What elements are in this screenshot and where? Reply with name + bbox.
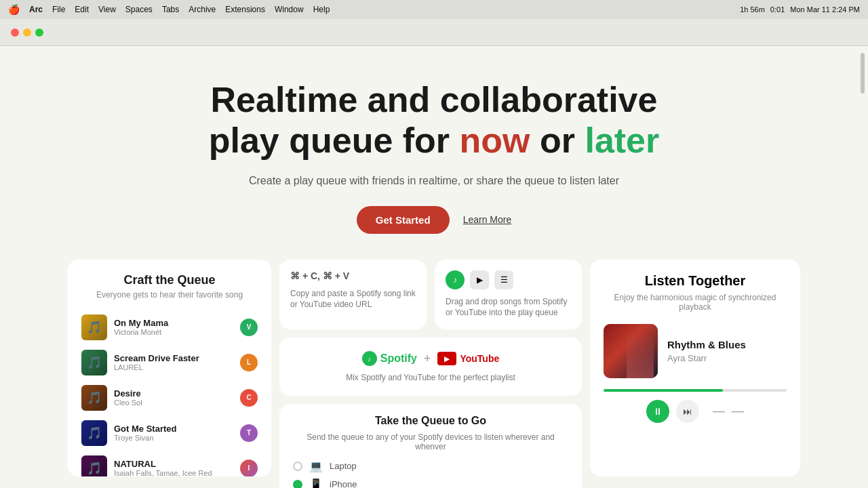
song-avatar-3: C [240,389,258,407]
cards-row: Craft the Queue Everyone gets to hear th… [68,254,800,488]
menubar-right: 1h 56m 0:01 Mon Mar 11 2:24 PM [740,5,860,14]
track-artist: Ayra Starr [667,353,787,363]
hero-title-line1: Realtime and collaborative [211,80,658,119]
youtube-label: YouTube [460,353,499,364]
menubar-view[interactable]: View [98,5,116,14]
song-info-4: Got Me Started Troye Sivan [114,424,233,442]
album-art [604,324,658,378]
close-player-icon[interactable]: — [732,404,744,418]
hero-subtitle: Create a play queue with friends in real… [68,175,800,187]
song-name-2: Scream Drive Faster [114,353,233,363]
menubar: 🍎 Arc File Edit View Spaces Tabs Archive… [0,0,868,19]
pause-button[interactable]: ⏸ [646,400,669,423]
top-middle-row: ⌘ + C, ⌘ + V Copy and paste a Spotify so… [279,260,582,330]
song-artwork-3: 🎵 [81,385,107,411]
keyboard-desc: Copy and paste a Spotify song link or Yo… [290,288,416,311]
phone-icon: 📱 [309,478,323,488]
song-artist-1: Victoria Monét [114,328,233,336]
menubar-tabs[interactable]: Tabs [162,5,179,14]
hero-title-line2-prefix: play queue for [209,121,460,160]
song-artwork-2: 🎵 [81,350,107,375]
menubar-extensions[interactable]: Extensions [225,5,265,14]
song-item-on-my-mama[interactable]: 🎵 On My Mama Victoria Monét V [79,310,260,344]
close-button[interactable] [11,28,19,37]
device-radio-laptop[interactable] [293,462,302,471]
main-content: Realtime and collaborative play queue fo… [0,46,868,488]
spotify-circle-icon: ♪ [362,351,377,366]
card-spotify-youtube: ♪ Spotify + ▶ YouTube Mix Spotify and Yo… [279,338,582,396]
menubar-spaces[interactable]: Spaces [125,5,153,14]
next-button[interactable]: ⏭ [676,400,699,423]
menubar-app-name[interactable]: Arc [29,5,43,14]
device-radio-iphone[interactable] [293,480,302,488]
song-info-3: Desire Cleo Sol [114,388,233,407]
listen-together-title: Listen Together [604,273,787,289]
song-avatar-2: L [240,354,258,371]
song-artwork-5: 🎵 [81,455,107,476]
scrollbar[interactable] [860,46,865,488]
song-name-1: On My Mama [114,318,233,328]
menubar-battery-time: 0:01 [770,5,785,14]
plus-icon: + [424,352,431,366]
hero-title-or: or [530,121,585,160]
minimize-icon[interactable]: — [713,404,725,418]
youtube-logo: ▶ YouTube [437,352,499,365]
device-list: 💻 Laptop 📱 iPhone [293,460,568,488]
apple-logo-icon[interactable]: 🍎 [8,4,20,15]
card-keyboard: ⌘ + C, ⌘ + V Copy and paste a Spotify so… [279,260,427,330]
learn-more-button[interactable]: Learn More [463,214,512,225]
player-controls: ⏸ ⏭ — — [646,400,744,423]
song-info-1: On My Mama Victoria Monét [114,318,233,336]
take-queue-desc: Send the queue to any of your Spotify de… [293,432,568,451]
progress-bar-container[interactable] [604,389,787,392]
song-artwork-1: 🎵 [81,314,107,340]
song-item-got-me[interactable]: 🎵 Got Me Started Troye Sivan T [79,416,260,450]
minimize-button[interactable] [23,28,31,37]
menubar-volume: 1h 56m [740,5,765,14]
craft-subtitle: Everyone gets to hear their favorite son… [79,290,260,300]
song-list: 🎵 On My Mama Victoria Monét V 🎵 Scream D… [79,310,260,476]
craft-title: Craft the Queue [79,273,260,287]
song-avatar-1: V [240,319,258,336]
hero-buttons: Get Started Learn More [68,206,800,234]
song-item-natural[interactable]: 🎵 NATURAL Isaiah Falls, Tamae, Icee Red … [79,451,260,476]
maximize-button[interactable] [35,28,43,37]
menubar-archive[interactable]: Archive [189,5,216,14]
spotify-drag-icon: ♪ [446,270,465,289]
traffic-lights [11,28,43,37]
menubar-edit[interactable]: Edit [75,5,89,14]
song-artwork-4: 🎵 [81,420,107,446]
song-artist-4: Troye Sivan [114,434,233,442]
get-started-button[interactable]: Get Started [357,206,450,234]
track-info: Rhythm & Blues Ayra Starr [667,339,787,363]
song-artist-3: Cleo Sol [114,399,233,407]
device-iphone[interactable]: 📱 iPhone [293,478,568,488]
menubar-help[interactable]: Help [313,5,330,14]
song-avatar-5: I [240,460,258,476]
menubar-file[interactable]: File [52,5,65,14]
song-item-scream[interactable]: 🎵 Scream Drive Faster LAUREL L [79,346,260,380]
song-artist-5: Isaiah Falls, Tamae, Icee Red [114,469,233,476]
platform-logos: ♪ Spotify + ▶ YouTube [362,351,500,366]
card-listen-together: Listen Together Enjoy the harmonious mag… [590,260,800,476]
spotify-logo: ♪ Spotify [362,351,417,366]
song-name-5: NATURAL [114,459,233,469]
browser-chrome [0,19,868,46]
hero-section: Realtime and collaborative play queue fo… [68,46,800,254]
song-info-5: NATURAL Isaiah Falls, Tamae, Icee Red [114,459,233,476]
spotify-yt-desc: Mix Spotify and YouTube for the perfect … [346,373,515,382]
now-playing: Rhythm & Blues Ayra Starr ⏸ ⏭ — — [604,324,787,423]
song-info-2: Scream Drive Faster LAUREL [114,353,233,371]
device-laptop[interactable]: 💻 Laptop [293,460,568,472]
scrollbar-thumb[interactable] [861,53,865,94]
youtube-play-icon: ▶ [437,352,456,365]
song-artist-2: LAUREL [114,363,233,371]
listen-together-subtitle: Enjoy the harmonious magic of synchroniz… [604,293,787,312]
song-item-desire[interactable]: 🎵 Desire Cleo Sol C [79,381,260,415]
track-name: Rhythm & Blues [667,339,787,350]
menubar-window[interactable]: Window [275,5,304,14]
yt-drag-icon: ▶ [470,270,489,289]
card-craft-queue: Craft the Queue Everyone gets to hear th… [68,260,271,476]
queue-drag-icon: ☰ [494,270,513,289]
menubar-left: 🍎 Arc File Edit View Spaces Tabs Archive… [8,4,330,15]
